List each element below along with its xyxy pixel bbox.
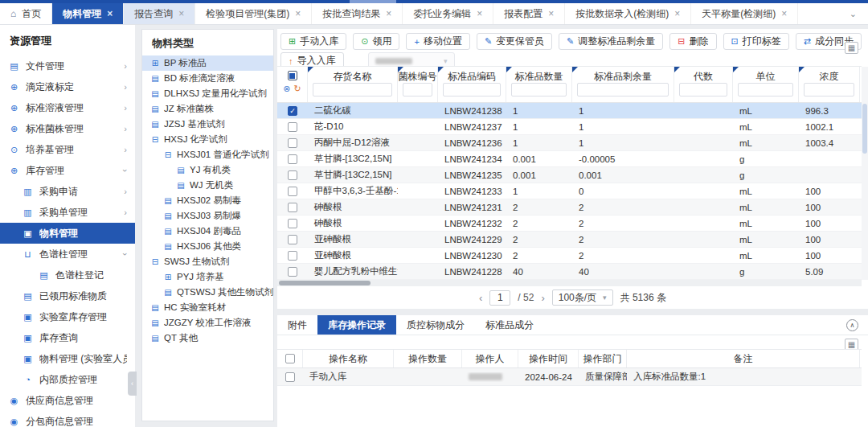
sidebar-item-1[interactable]: ⊕滴定液标定› bbox=[0, 76, 135, 97]
sidebar-item-12[interactable]: ▣实验室库存管理 bbox=[0, 306, 135, 327]
row-checkbox[interactable] bbox=[288, 219, 297, 228]
window-tab-0[interactable]: ⌂首页 bbox=[0, 3, 52, 24]
row-checkbox[interactable] bbox=[288, 187, 297, 196]
close-icon[interactable]: × bbox=[477, 9, 482, 18]
operation-row[interactable]: 手动入库2024-06-24质量保障部入库标准品数量:1 bbox=[277, 368, 862, 386]
prev-page-button[interactable]: ‹ bbox=[479, 292, 482, 304]
row-checkbox[interactable] bbox=[288, 267, 297, 277]
current-page-input[interactable]: 1 bbox=[489, 290, 510, 306]
tree-node-18[interactable]: ▤QT 其他 bbox=[142, 331, 273, 346]
column-filter-input-remain[interactable] bbox=[577, 83, 669, 96]
adjust-remaining-button[interactable]: ✎调整标准品剩余量 bbox=[559, 33, 663, 50]
expand-node-icon[interactable]: ⊞ bbox=[163, 273, 173, 281]
window-tab-1[interactable]: 物料管理× bbox=[52, 3, 124, 24]
column-filter-input-name[interactable] bbox=[313, 83, 392, 96]
column-filter-input-strain[interactable] bbox=[403, 83, 432, 96]
tree-node-5[interactable]: ⊟HXSJ 化学试剂 bbox=[142, 132, 273, 147]
vertical-scrollbar-thumb[interactable] bbox=[862, 104, 867, 154]
row-checkbox[interactable] bbox=[288, 106, 297, 116]
window-tab-7[interactable]: 按批数据录入(检测细)× bbox=[565, 3, 691, 24]
tree-node-7[interactable]: ▤YJ 有机类 bbox=[142, 162, 273, 178]
page-size-select[interactable]: 100条/页 ▾ bbox=[552, 289, 613, 306]
bottom-tab-0[interactable]: 附件 bbox=[277, 315, 317, 335]
tree-node-17[interactable]: ▤JZGZY 校准工作溶液 bbox=[142, 315, 273, 331]
print-label-button[interactable]: ⊡打印标签 bbox=[723, 33, 789, 50]
sidebar-item-2[interactable]: ⊕标准溶液管理› bbox=[0, 97, 135, 118]
tree-node-4[interactable]: ▤JZSJ 基准试剂 bbox=[142, 117, 273, 132]
tree-node-13[interactable]: ⊟SWSJ 生物试剂 bbox=[142, 254, 273, 269]
tree-node-15[interactable]: ▤QTSWSJ 其他生物试剂 bbox=[142, 285, 273, 300]
sidebar-item-15[interactable]: ◔内部质控管理 bbox=[0, 369, 135, 390]
table-row[interactable]: 丙酮中屈-D12溶液LNBW24123611mL1003.4 bbox=[277, 135, 862, 151]
sidebar-item-6[interactable]: ▥采购申请› bbox=[0, 181, 135, 202]
collapse-node-icon[interactable]: ⊟ bbox=[150, 257, 160, 266]
tree-node-3[interactable]: ▤JZ 标准菌株 bbox=[142, 101, 273, 117]
table-row[interactable]: 砷酸根LNBW24123222mL100 bbox=[277, 216, 862, 232]
tree-node-9[interactable]: ▤HXSJ02 易制毒 bbox=[142, 193, 273, 208]
clear-filter-icon[interactable]: ⊗ bbox=[283, 84, 290, 94]
row-checkbox[interactable] bbox=[288, 154, 297, 164]
sidebar-item-10[interactable]: ▤色谱柱登记 bbox=[0, 265, 135, 285]
collapse-panel-icon[interactable]: ∧ bbox=[846, 319, 858, 331]
expand-node-icon[interactable]: ⊞ bbox=[150, 59, 160, 68]
collapse-node-icon[interactable]: ⊟ bbox=[163, 150, 173, 159]
sidebar-item-5[interactable]: ⊕库存管理› bbox=[0, 160, 135, 181]
window-tab-3[interactable]: 检验项目管理(集团)× bbox=[195, 3, 312, 24]
column-filter-input-code[interactable] bbox=[443, 83, 501, 96]
tree-node-11[interactable]: ▤HXSJ04 剧毒品 bbox=[142, 224, 273, 239]
table-row[interactable]: 草甘膦-[13C2,15N]LNBW2412340.001-0.00005g bbox=[277, 151, 862, 167]
close-icon[interactable]: × bbox=[386, 9, 391, 18]
close-icon[interactable]: × bbox=[178, 9, 184, 18]
window-tab-8[interactable]: 天平称量(检测细)× bbox=[691, 3, 798, 24]
tree-node-1[interactable]: ▤BD 标准滴定溶液 bbox=[142, 71, 273, 86]
window-tab-5[interactable]: 委托业务编辑× bbox=[403, 3, 493, 24]
sidebar-item-17[interactable]: ◉分包商信息管理 bbox=[0, 411, 135, 427]
horizontal-scrollbar-thumb[interactable] bbox=[279, 281, 371, 285]
table-row[interactable]: 亚砷酸根LNBW24123022mL100 bbox=[277, 248, 862, 264]
bottom-tab-2[interactable]: 质控标物成分 bbox=[396, 315, 475, 335]
sidebar-item-9[interactable]: ⊔色谱柱管理› bbox=[0, 244, 135, 265]
sidebar-item-0[interactable]: ▤文件管理› bbox=[0, 55, 135, 76]
row-checkbox[interactable] bbox=[288, 235, 297, 244]
sidebar-item-16[interactable]: ◉供应商信息管理 bbox=[0, 390, 135, 411]
window-tab-6[interactable]: 报表配置× bbox=[493, 3, 565, 24]
tree-node-2[interactable]: ▤DLHXSJ 定量用化学试剂 bbox=[142, 86, 273, 101]
table-row[interactable]: 砷酸根LNBW24123122mL100 bbox=[277, 199, 862, 216]
manual-inbound-button[interactable]: ⊞手动入库 bbox=[280, 33, 346, 50]
close-icon[interactable]: × bbox=[107, 9, 113, 18]
row-checkbox[interactable] bbox=[288, 203, 297, 212]
row-checkbox[interactable] bbox=[288, 251, 297, 261]
sidebar-item-7[interactable]: ▥采购单管理› bbox=[0, 202, 135, 223]
close-icon[interactable]: × bbox=[674, 9, 680, 18]
sidebar-item-3[interactable]: ⊕标准菌株管理› bbox=[0, 118, 135, 139]
table-row[interactable]: 婴儿配方乳粉中维生素B1、...LNBW2412284040g5.09 bbox=[277, 264, 862, 280]
sidebar-item-13[interactable]: ▣库存查询 bbox=[0, 327, 135, 348]
tree-node-8[interactable]: ▤WJ 无机类 bbox=[142, 178, 273, 193]
tree-node-16[interactable]: ▤HC 实验室耗材 bbox=[142, 300, 273, 315]
column-filter-input-unit[interactable] bbox=[738, 83, 793, 96]
close-icon[interactable]: × bbox=[548, 9, 554, 18]
row-checkbox[interactable] bbox=[288, 122, 297, 132]
table-row[interactable]: 芘-D10LNBW24123711mL1002.1 bbox=[277, 119, 862, 135]
column-filter-input-gen[interactable] bbox=[679, 83, 727, 96]
column-filter-input-conc[interactable] bbox=[804, 83, 854, 96]
tree-node-6[interactable]: ⊟HXSJ01 普通化学试剂 bbox=[142, 147, 273, 162]
move-position-button[interactable]: +移动位置 bbox=[406, 33, 469, 50]
column-settings-icon[interactable]: ▦ bbox=[845, 42, 858, 54]
delete-button[interactable]: ⊟删除 bbox=[669, 33, 716, 50]
bottom-tab-1[interactable]: 库存操作记录 bbox=[317, 315, 396, 335]
sidebar-item-14[interactable]: ▣物料管理 (实验室人员) bbox=[0, 348, 135, 369]
bottom-tab-3[interactable]: 标准品成分 bbox=[475, 315, 544, 335]
row-checkbox[interactable] bbox=[288, 138, 297, 148]
sidebar-collapse-handle[interactable]: ‹ bbox=[128, 372, 137, 396]
window-tab-4[interactable]: 按批查询结果× bbox=[312, 3, 403, 24]
close-icon[interactable]: × bbox=[295, 9, 301, 18]
collapse-node-icon[interactable]: ⊟ bbox=[150, 135, 160, 144]
tree-node-10[interactable]: ▤HXSJ03 易制爆 bbox=[142, 208, 273, 224]
tree-node-0[interactable]: ⊞BP 标准品 bbox=[142, 55, 273, 71]
table-row[interactable]: 亚砷酸根LNBW24122922mL100 bbox=[277, 232, 862, 248]
tree-node-12[interactable]: ▤HXSJ06 其他类 bbox=[142, 239, 273, 254]
sidebar-item-4[interactable]: ⊙培养基管理› bbox=[0, 139, 135, 160]
op-row-checkbox[interactable] bbox=[285, 372, 295, 382]
select-all-checkbox[interactable] bbox=[288, 71, 297, 80]
